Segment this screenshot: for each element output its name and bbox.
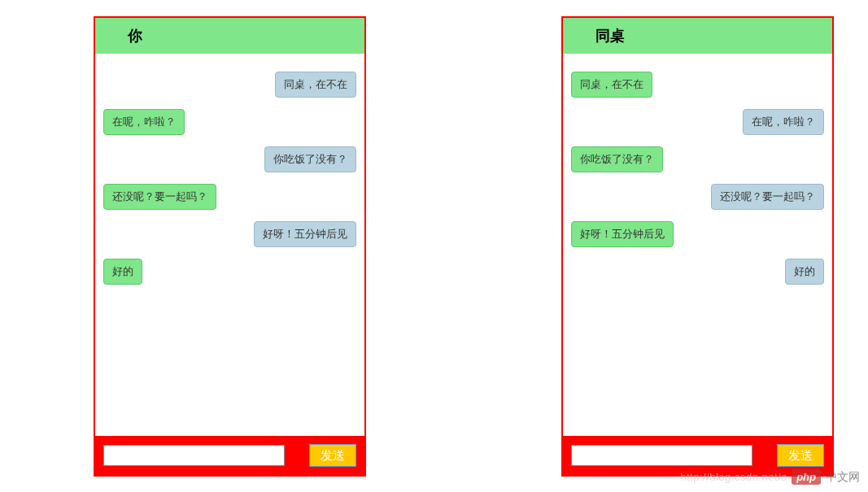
message-bubble: 好呀！五分钟后见 [254,221,356,247]
message-bubble: 同桌，在不在 [571,72,652,98]
message-row: 同桌，在不在 [571,72,824,98]
message-row: 还没呢？要一起吗？ [571,184,824,210]
chat-header-you: 你 [95,18,364,54]
message-bubble: 好呀！五分钟后见 [571,221,674,247]
watermark: http://blog.csdn.net/c php 中文网 [680,469,860,485]
chat-window-deskmate: 同桌 同桌，在不在 在呢，咋啦？ 你吃饭了没有？ 还没呢？要一起吗？ 好呀！五分… [561,16,834,477]
message-row: 还没呢？要一起吗？ [103,184,356,210]
chat-title: 你 [128,28,142,44]
message-row: 在呢，咋啦？ [571,109,824,135]
message-bubble: 同桌，在不在 [275,72,356,98]
message-row: 在呢，咋啦？ [103,109,356,135]
send-button[interactable]: 发送 [777,444,824,467]
message-bubble: 好的 [785,259,824,285]
chat-body-deskmate[interactable]: 同桌，在不在 在呢，咋啦？ 你吃饭了没有？ 还没呢？要一起吗？ 好呀！五分钟后见… [563,54,832,436]
message-bubble: 还没呢？要一起吗？ [103,184,216,210]
message-bubble: 你吃饭了没有？ [264,146,356,172]
message-input[interactable] [103,445,285,466]
watermark-url: http://blog.csdn.net/c [680,471,787,483]
message-input[interactable] [571,445,752,466]
message-row: 你吃饭了没有？ [103,146,356,172]
message-bubble: 还没呢？要一起吗？ [711,184,824,210]
message-bubble: 好的 [103,259,142,285]
chat-body-you[interactable]: 同桌，在不在 在呢，咋啦？ 你吃饭了没有？ 还没呢？要一起吗？ 好呀！五分钟后见… [95,54,364,436]
message-row: 好的 [103,259,356,285]
watermark-cn: 中文网 [826,470,860,485]
message-row: 你吃饭了没有？ [571,146,824,172]
message-row: 好呀！五分钟后见 [103,221,356,247]
message-bubble: 你吃饭了没有？ [571,146,663,172]
watermark-logo: php [792,469,821,485]
message-bubble: 在呢，咋啦？ [743,109,824,135]
chat-footer-you: 发送 [95,436,364,475]
message-row: 同桌，在不在 [103,72,356,98]
chat-window-you: 你 同桌，在不在 在呢，咋啦？ 你吃饭了没有？ 还没呢？要一起吗？ 好呀！五分钟… [94,16,366,477]
message-row: 好的 [571,259,824,285]
send-button[interactable]: 发送 [309,444,356,467]
chat-header-deskmate: 同桌 [563,18,832,54]
chat-title: 同桌 [595,28,625,44]
message-row: 好呀！五分钟后见 [571,221,824,247]
message-bubble: 在呢，咋啦？ [103,109,185,135]
